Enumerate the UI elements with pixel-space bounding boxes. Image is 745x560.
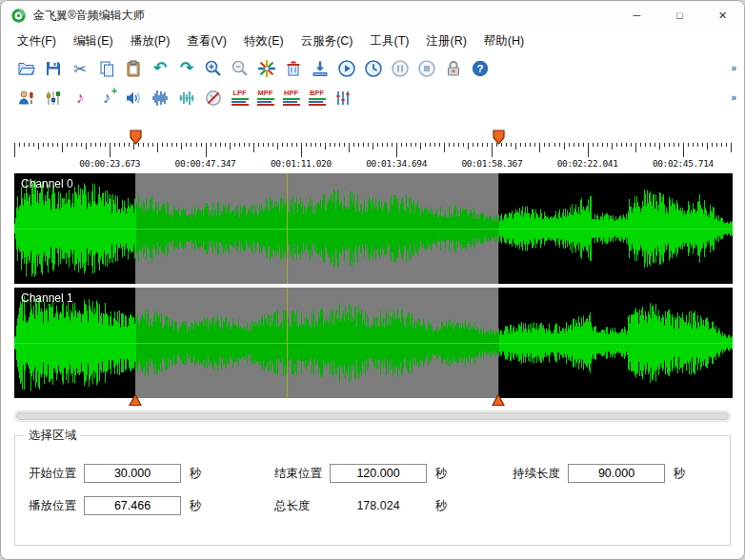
equalizer-icon bbox=[333, 89, 352, 108]
ruler-time-label: 00:02:45.714 bbox=[653, 158, 714, 169]
copy-icon bbox=[97, 59, 116, 78]
menu-item-4[interactable]: 查看(V) bbox=[178, 30, 235, 52]
title-bar: 金飞翼®音频编辑大师 ─ □ ✕ bbox=[1, 1, 744, 30]
save-button[interactable] bbox=[40, 55, 67, 81]
menu-item-9[interactable]: 帮助(H) bbox=[475, 30, 533, 52]
speaker-button[interactable] bbox=[120, 85, 147, 110]
menu-item-3[interactable]: 播放(P) bbox=[122, 30, 179, 52]
plus-icon: + bbox=[111, 86, 117, 96]
menu-item-1[interactable]: 文件(F) bbox=[9, 30, 65, 52]
note-add-button[interactable]: ♪+ bbox=[93, 85, 120, 110]
clock-circle-icon bbox=[364, 59, 383, 78]
mix-down-button[interactable] bbox=[307, 55, 333, 81]
toolbar-overflow-icon-2[interactable]: » bbox=[731, 92, 736, 103]
ruler-time-label: 00:00:23.673 bbox=[79, 158, 140, 169]
ruler-time-label: 00:01:34.694 bbox=[366, 158, 427, 169]
menu-item-7[interactable]: 工具(T) bbox=[362, 30, 418, 52]
toolbar-overflow-icon[interactable]: » bbox=[731, 63, 736, 73]
mixer-button[interactable] bbox=[40, 85, 67, 110]
ruler-time-label: 00:02:22.041 bbox=[557, 158, 618, 169]
horizontal-scrollbar[interactable] bbox=[14, 410, 731, 422]
filter-lpf-button[interactable]: LPF bbox=[227, 87, 252, 110]
play-button[interactable] bbox=[333, 55, 360, 81]
bpf-bars-icon bbox=[309, 97, 326, 106]
menu-item-5[interactable]: 特效(E) bbox=[235, 30, 292, 52]
end-position-label: 结束位置 bbox=[274, 466, 330, 482]
copy-button[interactable] bbox=[93, 55, 120, 81]
channel-0-label: Channel 0 bbox=[21, 177, 73, 190]
minimize-button[interactable]: ─ bbox=[615, 1, 658, 30]
selection-end-marker-bottom[interactable] bbox=[492, 393, 505, 407]
zoom-in-button[interactable] bbox=[200, 55, 227, 81]
paste-button[interactable] bbox=[120, 55, 147, 81]
waveform-view-button[interactable] bbox=[147, 85, 173, 110]
selection-start-marker-bottom[interactable] bbox=[129, 393, 142, 407]
ruler-time-label: 00:01:58.367 bbox=[461, 158, 522, 169]
selection-end-marker-top[interactable] bbox=[493, 130, 505, 145]
timeline-ruler[interactable]: 00:00:23.67300:00:47.34700:01:11.02000:0… bbox=[14, 130, 731, 173]
lock-icon bbox=[444, 59, 463, 78]
panel-title: 选择区域 bbox=[25, 428, 80, 444]
end-position-input[interactable] bbox=[330, 464, 427, 483]
gauge-disabled-button[interactable] bbox=[200, 85, 227, 110]
equalizer-button[interactable] bbox=[330, 85, 356, 110]
duration-label: 持续长度 bbox=[513, 466, 568, 482]
window-controls: ─ □ ✕ bbox=[615, 1, 744, 30]
start-position-input[interactable] bbox=[84, 464, 181, 483]
play-timer-button[interactable] bbox=[360, 55, 387, 81]
channel-1-label: Channel 1 bbox=[21, 291, 73, 305]
help-icon: ? bbox=[471, 59, 490, 78]
menu-item-2[interactable]: 编辑(E) bbox=[65, 30, 122, 52]
stop-circle-icon bbox=[417, 59, 436, 78]
duration-input[interactable] bbox=[568, 464, 665, 483]
waveform-icon bbox=[151, 89, 170, 108]
filter-bpf-button[interactable]: BPF bbox=[304, 87, 330, 110]
pause-circle-icon bbox=[391, 59, 410, 78]
menu-item-8[interactable]: 注册(R) bbox=[417, 30, 474, 52]
play-position-input[interactable] bbox=[84, 496, 181, 515]
waveform-alt-button[interactable] bbox=[173, 85, 200, 110]
scrollbar-thumb[interactable] bbox=[16, 412, 729, 420]
total-length-unit: 秒 bbox=[435, 498, 448, 514]
ruler-time-label: 00:00:47.347 bbox=[175, 158, 236, 169]
pause-button[interactable] bbox=[387, 55, 413, 81]
effects-button[interactable] bbox=[253, 55, 280, 81]
cut-button[interactable]: ✂ bbox=[67, 55, 93, 81]
selection-start-marker-top[interactable] bbox=[130, 130, 142, 145]
undo-button[interactable]: ↶ bbox=[147, 55, 173, 81]
help-button[interactable]: ? bbox=[467, 55, 493, 81]
ruler-time-label: 00:01:11.020 bbox=[271, 158, 332, 169]
note-button[interactable]: ♪ bbox=[67, 85, 93, 110]
duration-unit: 秒 bbox=[674, 466, 686, 482]
delete-button[interactable] bbox=[280, 55, 307, 81]
start-position-unit: 秒 bbox=[190, 466, 202, 482]
filter-mpf-button[interactable]: MPF bbox=[252, 87, 278, 110]
lpf-bars-icon bbox=[232, 97, 249, 106]
stop-button[interactable] bbox=[413, 55, 440, 81]
paste-icon bbox=[124, 59, 143, 78]
app-window: 金飞翼®音频编辑大师 ─ □ ✕ 文件(F)编辑(E)播放(P)查看(V)特效(… bbox=[0, 0, 745, 560]
zoom-out-button[interactable] bbox=[227, 55, 253, 81]
selection-panel: 选择区域 开始位置 秒 结束位置 秒 持续长度 秒 播放位置 秒 总长度 178… bbox=[14, 435, 731, 546]
undo-icon: ↶ bbox=[153, 60, 167, 76]
menu-item-6[interactable]: 云服务(C) bbox=[292, 30, 362, 52]
total-length-label: 总长度 bbox=[274, 498, 330, 514]
toolbar-row-1: ✂ ↶ ↷ bbox=[1, 53, 744, 83]
open-button[interactable] bbox=[13, 55, 40, 81]
waveform-canvas[interactable] bbox=[14, 173, 733, 398]
play-position-unit: 秒 bbox=[190, 498, 202, 514]
redo-icon: ↷ bbox=[180, 60, 193, 76]
trash-icon bbox=[284, 59, 303, 78]
window-title: 金飞翼®音频编辑大师 bbox=[33, 8, 145, 24]
start-position-field: 开始位置 秒 bbox=[29, 463, 202, 484]
waveform-alt-icon bbox=[177, 89, 196, 108]
toolbar-row-2: ♪ ♪+ bbox=[1, 83, 744, 112]
maximize-button[interactable]: □ bbox=[658, 1, 701, 30]
hpf-bars-icon bbox=[283, 97, 300, 106]
filter-hpf-button[interactable]: HPF bbox=[278, 87, 304, 110]
record-button[interactable] bbox=[13, 85, 40, 110]
close-button[interactable]: ✕ bbox=[701, 1, 744, 30]
cut-scissors-icon: ✂ bbox=[70, 59, 90, 78]
redo-button[interactable]: ↷ bbox=[173, 55, 200, 81]
lock-button[interactable] bbox=[440, 55, 467, 81]
